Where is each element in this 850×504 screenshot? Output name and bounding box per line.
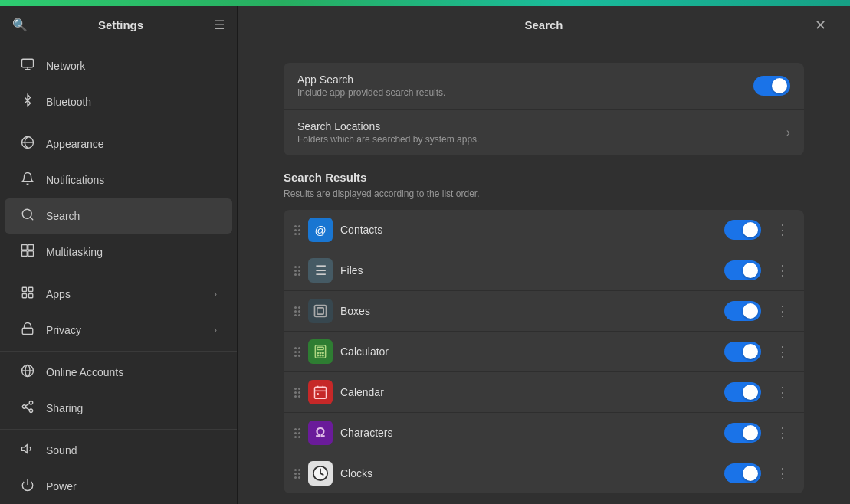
boxes-toggle[interactable] [724, 301, 761, 321]
svg-rect-9 [22, 294, 26, 298]
svg-rect-11 [22, 328, 33, 334]
calendar-toggle[interactable] [724, 382, 761, 402]
boxes-name: Boxes [340, 305, 717, 317]
calculator-toggle[interactable] [724, 342, 761, 362]
svg-rect-7 [22, 287, 26, 291]
clocks-name: Clocks [340, 467, 717, 479]
files-icon: ☰ [308, 258, 333, 283]
list-item-boxes[interactable]: Boxes ⋮ [284, 291, 804, 332]
calculator-more-button[interactable]: ⋮ [772, 341, 793, 362]
characters-icon: Ω [308, 421, 333, 445]
app-search-row[interactable]: App Search Include app-provided search r… [284, 63, 804, 110]
files-toggle[interactable] [724, 260, 761, 280]
list-item-characters[interactable]: Ω Characters ⋮ [284, 413, 804, 453]
search-results-list: @ Contacts ⋮ ☰ Files ⋮ [284, 210, 804, 493]
network-icon [20, 57, 35, 74]
contacts-icon: @ [308, 218, 333, 242]
characters-toggle[interactable] [724, 423, 761, 443]
sidebar-search-icon[interactable]: 🔍 [12, 18, 28, 32]
characters-more-button[interactable]: ⋮ [772, 422, 793, 443]
contacts-name: Contacts [340, 224, 717, 236]
sidebar-item-online-accounts[interactable]: Online Accounts [5, 355, 232, 390]
sidebar-item-multitasking[interactable]: Multitasking [5, 234, 232, 270]
main-header: Search ✕ [238, 6, 850, 44]
list-item-calendar[interactable]: Calendar ⋮ [284, 372, 804, 413]
svg-point-15 [22, 405, 26, 409]
app-search-title: App Search [297, 74, 753, 86]
sidebar-item-label-privacy: Privacy [46, 324, 203, 336]
top-settings-card: App Search Include app-provided search r… [284, 63, 804, 155]
drag-handle-boxes[interactable] [294, 306, 300, 316]
drag-handle-characters[interactable] [294, 428, 300, 438]
drag-handle-contacts[interactable] [294, 225, 300, 235]
svg-rect-0 [22, 59, 34, 67]
svg-rect-3 [22, 245, 28, 250]
sidebar-item-label-apps: Apps [46, 288, 203, 300]
boxes-more-button[interactable]: ⋮ [772, 300, 793, 322]
sidebar-item-appearance[interactable]: Appearance [5, 126, 232, 162]
close-button[interactable]: ✕ [810, 15, 832, 36]
search-results-section-subtitle: Results are displayed according to the l… [284, 188, 804, 199]
sidebar-item-privacy[interactable]: Privacy › [5, 313, 232, 348]
sidebar-item-sound[interactable]: Sound [5, 433, 232, 468]
sidebar-item-label-sound: Sound [46, 444, 217, 457]
sidebar-item-apps[interactable]: Apps › [5, 277, 232, 312]
clocks-more-button[interactable]: ⋮ [772, 463, 793, 484]
svg-rect-5 [22, 251, 28, 257]
sidebar-item-search[interactable]: Search [5, 198, 232, 234]
sidebar-item-bluetooth[interactable]: Bluetooth [5, 84, 232, 119]
app-search-toggle[interactable] [753, 76, 790, 96]
nav-divider-3 [0, 351, 237, 352]
sidebar-item-power[interactable]: Power [5, 469, 232, 504]
power-icon [20, 478, 35, 495]
sidebar-item-label-appearance: Appearance [46, 138, 217, 150]
contacts-more-button[interactable]: ⋮ [772, 219, 793, 241]
list-item-clocks[interactable]: Clocks ⋮ [284, 453, 804, 493]
list-item-calculator[interactable]: Calculator ⋮ [284, 332, 804, 372]
sidebar-item-sharing[interactable]: Sharing [5, 391, 232, 426]
sidebar: 🔍 Settings ☰ Network Bluetooth Appearanc… [0, 6, 238, 504]
drag-handle-calculator[interactable] [294, 347, 300, 357]
privacy-icon [20, 322, 35, 339]
calendar-more-button[interactable]: ⋮ [772, 381, 793, 403]
sidebar-menu-icon[interactable]: ☰ [214, 18, 225, 32]
multitasking-icon [20, 244, 35, 260]
drag-handle-files[interactable] [294, 266, 300, 276]
calendar-name: Calendar [340, 386, 717, 398]
svg-point-30 [323, 355, 324, 356]
main-panel: Search ✕ App Search Include app-provided… [238, 6, 850, 504]
sidebar-item-label-bluetooth: Bluetooth [46, 96, 217, 108]
sidebar-item-label-multitasking: Multitasking [46, 246, 217, 258]
app-search-subtitle: Include app-provided search results. [297, 87, 753, 98]
contacts-toggle[interactable] [724, 220, 761, 240]
nav-divider-4 [0, 429, 237, 430]
search-locations-row[interactable]: Search Locations Folders which are searc… [284, 110, 804, 155]
svg-rect-4 [28, 245, 34, 250]
search-locations-title: Search Locations [297, 120, 786, 133]
nav-divider-2 [0, 273, 237, 273]
svg-rect-22 [317, 308, 323, 314]
search-locations-action: › [786, 126, 790, 139]
sidebar-title: Settings [98, 18, 143, 31]
sidebar-item-label-search: Search [46, 210, 217, 222]
appearance-icon [20, 136, 35, 152]
svg-point-26 [320, 352, 321, 354]
sidebar-item-notifications[interactable]: Notifications [5, 162, 232, 198]
svg-point-35 [317, 394, 319, 395]
files-more-button[interactable]: ⋮ [772, 260, 793, 281]
search-locations-text: Search Locations Folders which are searc… [297, 120, 786, 145]
sidebar-item-network[interactable]: Network [5, 48, 232, 83]
svg-rect-6 [28, 251, 34, 257]
drag-handle-clocks[interactable] [294, 469, 300, 479]
list-item-files[interactable]: ☰ Files ⋮ [284, 250, 804, 291]
clocks-toggle[interactable] [724, 463, 761, 483]
drag-handle-calendar[interactable] [294, 388, 300, 398]
svg-rect-21 [315, 306, 327, 317]
notifications-icon [20, 172, 35, 188]
sharing-icon [20, 400, 35, 417]
list-item-contacts[interactable]: @ Contacts ⋮ [284, 210, 804, 250]
privacy-arrow-icon: › [214, 325, 217, 335]
sidebar-item-label-power: Power [46, 480, 217, 493]
nav-divider-1 [0, 123, 237, 123]
svg-point-14 [29, 401, 33, 405]
